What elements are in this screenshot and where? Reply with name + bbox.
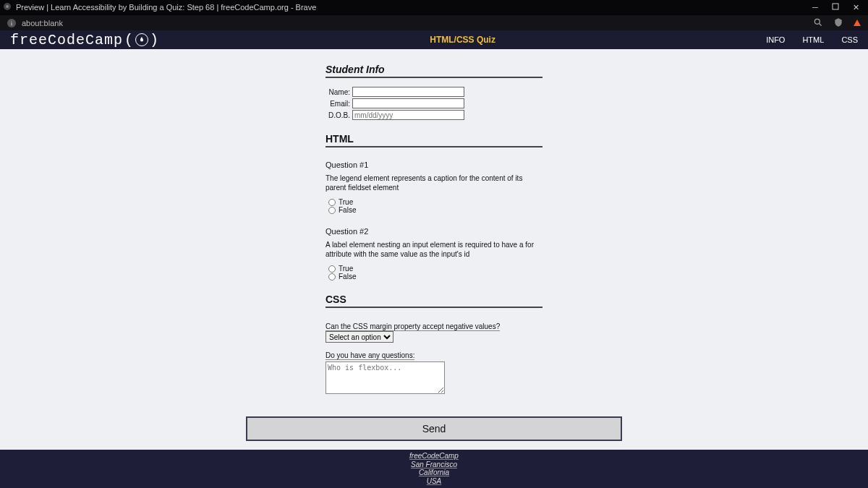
page-header: freeCodeCamp ( ) HTML/CSS Quiz INFO HTML…	[0, 30, 868, 49]
svg-rect-2	[833, 4, 838, 9]
q2-true-label: True	[339, 265, 353, 273]
q2-text: A label element nesting an input element…	[326, 240, 542, 259]
name-label: Name:	[326, 88, 350, 96]
css-heading: CSS	[326, 294, 542, 308]
page-footer: freeCodeCamp San Francisco California US…	[0, 450, 868, 488]
svg-point-1	[6, 5, 9, 8]
html-heading: HTML	[326, 133, 542, 147]
name-input[interactable]	[352, 87, 464, 97]
footer-line-2: San Francisco	[0, 461, 868, 469]
q1-text: The legend element represents a caption …	[326, 174, 542, 192]
email-input[interactable]	[352, 98, 464, 108]
nav-info[interactable]: INFO	[766, 35, 785, 44]
q1-false-radio[interactable]	[328, 207, 336, 214]
dob-input[interactable]	[352, 110, 464, 120]
url-text[interactable]: about:blank	[22, 19, 63, 27]
q1-true-label: True	[339, 198, 353, 206]
window-title: Preview | Learn Accessibility by Buildin…	[16, 3, 316, 12]
footer-line-3: California	[0, 468, 868, 477]
dob-label: D.O.B.	[326, 111, 350, 119]
q1-false-label: False	[339, 206, 356, 214]
nav-css[interactable]: CSS	[841, 35, 858, 44]
q1-title: Question #1	[326, 160, 542, 169]
nav-html[interactable]: HTML	[802, 35, 824, 44]
flame-icon	[135, 33, 148, 46]
svg-point-3	[814, 19, 820, 24]
logo-text: freeCodeCamp	[10, 32, 123, 48]
minimize-button[interactable]: ─	[810, 3, 820, 12]
close-button[interactable]: ✕	[851, 3, 861, 12]
email-label: Email:	[326, 100, 350, 108]
site-info-icon[interactable]: i	[7, 19, 16, 27]
css-select[interactable]: Select an option	[326, 331, 393, 343]
page-title: HTML/CSS Quiz	[430, 35, 495, 45]
svg-line-4	[820, 23, 822, 25]
app-icon	[3, 2, 12, 12]
q1-false-option[interactable]: False	[328, 206, 542, 214]
window-titlebar: Preview | Learn Accessibility by Buildin…	[0, 0, 868, 14]
page-content[interactable]: Student Info Name: Email: D.O.B. HTML Qu…	[0, 49, 868, 469]
q2-true-radio[interactable]	[328, 265, 336, 273]
q2-false-radio[interactable]	[328, 273, 336, 281]
textarea-label: Do you have any questions:	[326, 351, 414, 360]
header-nav: INFO HTML CSS	[766, 35, 858, 44]
send-button[interactable]: Send	[246, 416, 622, 441]
q2-title: Question #2	[326, 227, 542, 236]
css-q-text: Can the CSS margin property accept negat…	[326, 322, 500, 331]
questions-textarea[interactable]	[326, 361, 445, 394]
shields-icon[interactable]	[833, 17, 843, 29]
search-icon[interactable]	[813, 17, 823, 29]
page-viewport: freeCodeCamp ( ) HTML/CSS Quiz INFO HTML…	[0, 30, 868, 488]
maximize-button[interactable]	[830, 3, 841, 12]
q2-false-option[interactable]: False	[328, 273, 542, 281]
q2-true-option[interactable]: True	[328, 265, 542, 273]
student-info-heading: Student Info	[326, 64, 542, 78]
q1-true-option[interactable]: True	[328, 198, 542, 206]
browser-address-bar: i about:blank	[0, 14, 868, 30]
footer-line-4: USA	[0, 477, 868, 486]
footer-line-1: freeCodeCamp	[0, 452, 868, 461]
q2-false-label: False	[339, 273, 356, 281]
logo: freeCodeCamp ( )	[10, 32, 159, 48]
brave-rewards-icon[interactable]	[854, 20, 861, 26]
q1-true-radio[interactable]	[328, 199, 336, 206]
